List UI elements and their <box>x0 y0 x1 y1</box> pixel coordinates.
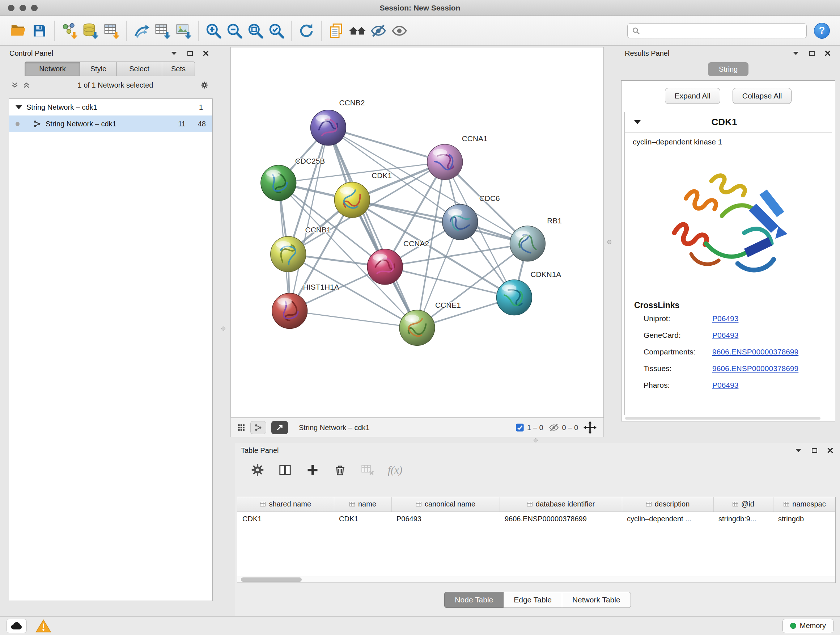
import-table-button[interactable] <box>101 20 122 41</box>
crosslink-genecard-link[interactable]: P06493 <box>712 331 738 340</box>
section-expander-icon[interactable] <box>634 120 641 124</box>
table-options-gear-icon[interactable] <box>250 463 265 477</box>
window-zoom-button[interactable] <box>31 5 38 11</box>
float-panel-icon[interactable] <box>170 49 178 57</box>
export-table-button[interactable] <box>152 20 173 41</box>
maximize-panel-icon[interactable] <box>810 447 818 454</box>
hide-selected-button[interactable] <box>368 20 389 41</box>
network-node-cdk1[interactable] <box>334 182 370 218</box>
cell-description[interactable]: cyclin–dependent ... <box>622 511 714 526</box>
network-edge[interactable] <box>290 311 417 328</box>
scrollbar-thumb[interactable] <box>241 578 302 582</box>
show-all-button[interactable] <box>389 20 410 41</box>
tree-expander-icon[interactable] <box>16 105 22 109</box>
import-network-file-button[interactable] <box>59 20 80 41</box>
column-header-name[interactable]: name <box>334 497 392 511</box>
crosslink-tissues-link[interactable]: 9606.ENSP00000378699 <box>712 364 798 373</box>
tab-node-table[interactable]: Node Table <box>444 592 504 608</box>
left-splitter-handle[interactable] <box>221 326 225 331</box>
network-node-cdc6[interactable] <box>442 204 478 240</box>
new-network-from-selection-button[interactable] <box>131 20 152 41</box>
network-edge[interactable] <box>328 128 445 162</box>
checkbox-icon[interactable] <box>515 423 524 432</box>
string-network-graph[interactable]: CCNB2CCNA1CDC25BCDK1CDC6RB1CCNB1CCNA2CDK… <box>231 48 603 417</box>
delete-column-icon[interactable] <box>333 463 347 477</box>
save-session-button[interactable] <box>29 20 50 41</box>
network-node-ccnb1[interactable] <box>271 236 306 272</box>
zoom-selected-button[interactable] <box>266 20 287 41</box>
network-edge[interactable] <box>328 128 417 328</box>
collapse-tree-icon[interactable] <box>11 81 19 89</box>
close-panel-icon[interactable] <box>202 49 210 57</box>
grid-view-icon[interactable] <box>237 424 245 432</box>
network-collection-row[interactable]: String Network – cdk1 1 <box>9 99 212 116</box>
maximize-panel-icon[interactable] <box>808 49 816 57</box>
collapse-all-button[interactable]: Collapse All <box>733 88 792 104</box>
crosslink-uniprot-link[interactable]: P06493 <box>712 314 738 323</box>
zoom-out-button[interactable] <box>224 20 245 41</box>
network-node-ccne1[interactable] <box>399 310 435 346</box>
memory-button[interactable]: Memory <box>783 619 834 633</box>
hidden-eye-slash-icon[interactable] <box>548 423 559 432</box>
column-header-canonical-name[interactable]: canonical name <box>392 497 500 511</box>
window-close-button[interactable] <box>8 5 14 11</box>
bottom-splitter-handle[interactable] <box>534 439 538 442</box>
cell-name[interactable]: CDK1 <box>334 511 392 526</box>
help-button[interactable]: ? <box>814 23 830 39</box>
show-columns-icon[interactable] <box>278 463 292 477</box>
network-node-ccna2[interactable] <box>367 249 403 285</box>
cell-canonical-name[interactable]: P06493 <box>392 511 500 526</box>
column-header-database-identifier[interactable]: database identifier <box>500 497 622 511</box>
cell-shared-name[interactable]: CDK1 <box>237 511 334 526</box>
network-node-cdc25b[interactable] <box>261 165 296 201</box>
warnings-button[interactable] <box>35 618 52 634</box>
crosslink-pharos-link[interactable]: P06493 <box>712 381 738 390</box>
network-node-ccna1[interactable] <box>427 144 463 180</box>
function-builder-button[interactable]: f(x) <box>388 464 402 476</box>
expand-tree-icon[interactable] <box>22 81 30 89</box>
import-network-database-button[interactable] <box>80 20 101 41</box>
add-column-icon[interactable] <box>305 463 320 477</box>
column-header-namespace[interactable]: namespac <box>773 497 836 511</box>
tab-select[interactable]: Select <box>117 62 162 76</box>
tab-style[interactable]: Style <box>80 62 117 76</box>
float-panel-icon[interactable] <box>792 49 800 57</box>
column-header-id[interactable]: @id <box>714 497 773 511</box>
tab-network-table[interactable]: Network Table <box>562 592 631 608</box>
zoom-in-button[interactable] <box>203 20 224 41</box>
network-share-button[interactable] <box>250 421 266 434</box>
network-node-cdkn1a[interactable] <box>497 280 532 315</box>
crosslink-compartments-link[interactable]: 9606.ENSP00000378699 <box>712 348 798 356</box>
table-row[interactable]: CDK1 CDK1 P06493 9606.ENSP00000378699 cy… <box>237 511 836 526</box>
table-horizontal-scrollbar[interactable] <box>237 576 835 583</box>
network-options-gear-icon[interactable] <box>201 81 208 89</box>
cell-namespace[interactable]: stringdb <box>773 511 836 526</box>
column-header-shared-name[interactable]: shared name <box>237 497 334 511</box>
network-edge[interactable] <box>352 200 527 244</box>
tab-sets[interactable]: Sets <box>162 62 195 76</box>
maximize-panel-icon[interactable] <box>186 49 194 57</box>
window-minimize-button[interactable] <box>19 5 26 11</box>
network-row[interactable]: String Network – cdk1 11 48 <box>9 116 212 132</box>
close-panel-icon[interactable] <box>824 49 832 57</box>
search-input[interactable] <box>643 27 802 35</box>
pan-tool-icon[interactable] <box>583 421 597 434</box>
tab-network[interactable]: Network <box>25 62 80 76</box>
network-node-ccnb2[interactable] <box>311 110 346 146</box>
cell-id[interactable]: stringdb:9... <box>714 511 773 526</box>
delete-table-icon[interactable] <box>360 463 375 477</box>
overview-home-button[interactable] <box>347 20 368 41</box>
tab-string[interactable]: String <box>708 62 748 76</box>
float-panel-icon[interactable] <box>794 447 802 454</box>
command-document-button[interactable] <box>326 20 347 41</box>
refresh-layout-button[interactable] <box>296 20 317 41</box>
open-in-new-button[interactable] <box>271 421 288 434</box>
tab-edge-table[interactable]: Edge Table <box>504 592 562 608</box>
column-header-description[interactable]: description <box>622 497 714 511</box>
expand-all-button[interactable]: Expand All <box>665 88 720 104</box>
open-session-button[interactable] <box>8 20 29 41</box>
protein-section-header[interactable]: CDK1 <box>625 112 832 133</box>
close-panel-icon[interactable] <box>826 447 834 454</box>
zoom-fit-button[interactable] <box>245 20 266 41</box>
export-image-button[interactable] <box>173 20 194 41</box>
